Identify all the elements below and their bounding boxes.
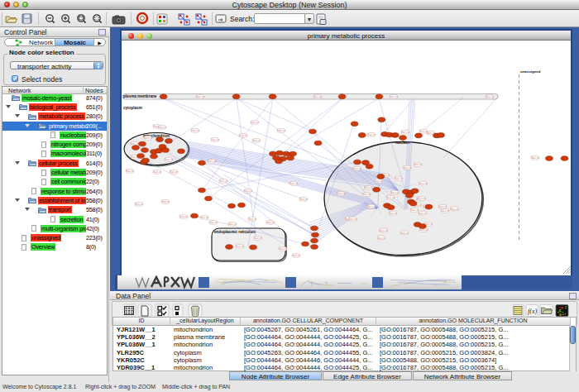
svg-text:Sacc.ce: Sacc.ce: [208, 160, 216, 163]
svg-text:Sacc.ce: Sacc.ce: [390, 191, 399, 194]
svg-text:Sacc.ce: Sacc.ce: [254, 237, 262, 240]
svg-text:Sacc.ce: Sacc.ce: [219, 179, 227, 183]
svg-text:Sacc.ce: Sacc.ce: [389, 212, 397, 215]
svg-text:Sacc.ce: Sacc.ce: [239, 134, 247, 137]
svg-text:Sacc.ce: Sacc.ce: [313, 95, 322, 98]
svg-text:Sacc.ce: Sacc.ce: [179, 215, 188, 218]
svg-text:Sacc.ce: Sacc.ce: [362, 193, 371, 196]
svg-text:Sacc.ce: Sacc.ce: [236, 245, 244, 248]
svg-text:Sacc.ce: Sacc.ce: [450, 208, 458, 211]
svg-text:endoplasmic reticulum: endoplasmic reticulum: [214, 230, 256, 234]
svg-text:unassigned: unassigned: [520, 69, 541, 74]
svg-text:Sacc.ce: Sacc.ce: [200, 216, 208, 219]
svg-text:Sacc.ce: Sacc.ce: [251, 121, 259, 124]
svg-text:plasma membrane: plasma membrane: [123, 94, 157, 98]
svg-text:Sacc.ce: Sacc.ce: [377, 237, 385, 240]
svg-text:cytoplasm: cytoplasm: [123, 106, 142, 110]
svg-text:Sacc.ce: Sacc.ce: [277, 129, 285, 132]
svg-text:Sacc.ce: Sacc.ce: [126, 170, 134, 173]
svg-text:Sacc.ce: Sacc.ce: [438, 205, 447, 208]
svg-text:Sacc.ce: Sacc.ce: [367, 205, 376, 208]
svg-text:Sacc.ce: Sacc.ce: [144, 136, 152, 140]
svg-text:Sacc.ce: Sacc.ce: [414, 163, 422, 166]
svg-text:Sacc.ce: Sacc.ce: [196, 95, 204, 98]
svg-text:Sacc.ce: Sacc.ce: [367, 133, 376, 136]
svg-text:Sacc.ce: Sacc.ce: [401, 131, 409, 134]
svg-text:Sacc.ce: Sacc.ce: [419, 182, 428, 185]
svg-text:Sacc.ce: Sacc.ce: [531, 156, 539, 160]
svg-text:Sacc.ce: Sacc.ce: [400, 232, 409, 235]
svg-text:Sacc.ce: Sacc.ce: [209, 221, 218, 224]
svg-text:nucleus: nucleus: [395, 141, 410, 145]
svg-text:Sacc.ce: Sacc.ce: [290, 182, 298, 185]
svg-text:Sacc.ce: Sacc.ce: [353, 167, 361, 170]
svg-text:Sacc.ce: Sacc.ce: [375, 179, 383, 183]
svg-text:Sacc.ce: Sacc.ce: [158, 126, 166, 129]
svg-text:Sacc.ce: Sacc.ce: [337, 192, 345, 195]
svg-text:Sacc.ce: Sacc.ce: [266, 221, 275, 224]
svg-text:Sacc.ce: Sacc.ce: [292, 254, 300, 257]
svg-text:Sacc.ce: Sacc.ce: [390, 95, 398, 98]
svg-text:Sacc.ce: Sacc.ce: [244, 189, 252, 193]
svg-text:Sacc.ce: Sacc.ce: [364, 186, 372, 189]
svg-text:Sacc.ce: Sacc.ce: [135, 203, 143, 206]
svg-text:Sacc.ce: Sacc.ce: [441, 209, 449, 213]
svg-text:Sacc.ce: Sacc.ce: [349, 218, 357, 221]
svg-text:Sacc.ce: Sacc.ce: [228, 222, 237, 226]
svg-text:Sacc.ce: Sacc.ce: [170, 170, 178, 174]
svg-text:Sacc.ce: Sacc.ce: [395, 177, 403, 180]
svg-text:Sacc.ce: Sacc.ce: [153, 170, 161, 174]
svg-text:Sacc.ce: Sacc.ce: [419, 228, 428, 232]
svg-text:Sacc.ce: Sacc.ce: [380, 229, 388, 232]
svg-text:Sacc.ce: Sacc.ce: [165, 158, 173, 161]
svg-text:Sacc.ce: Sacc.ce: [410, 208, 419, 212]
svg-text:Sacc.ce: Sacc.ce: [252, 139, 261, 142]
svg-text:Sacc.ce: Sacc.ce: [161, 200, 170, 203]
svg-text:Sacc.ce: Sacc.ce: [191, 129, 199, 132]
svg-text:Sacc.ce: Sacc.ce: [403, 166, 411, 170]
svg-text:Sacc.ce: Sacc.ce: [279, 247, 287, 251]
svg-text:Sacc.ce: Sacc.ce: [248, 218, 256, 221]
svg-text:Sacc.ce: Sacc.ce: [486, 95, 494, 98]
svg-text:f(x): f(x): [528, 308, 537, 315]
svg-text:Sacc.ce: Sacc.ce: [386, 196, 395, 199]
svg-text:Sacc.ce: Sacc.ce: [211, 138, 219, 141]
svg-text:Sacc.ce: Sacc.ce: [419, 212, 427, 215]
svg-text:Sacc.ce: Sacc.ce: [299, 198, 308, 201]
svg-text:Sacc.ce: Sacc.ce: [418, 197, 426, 200]
